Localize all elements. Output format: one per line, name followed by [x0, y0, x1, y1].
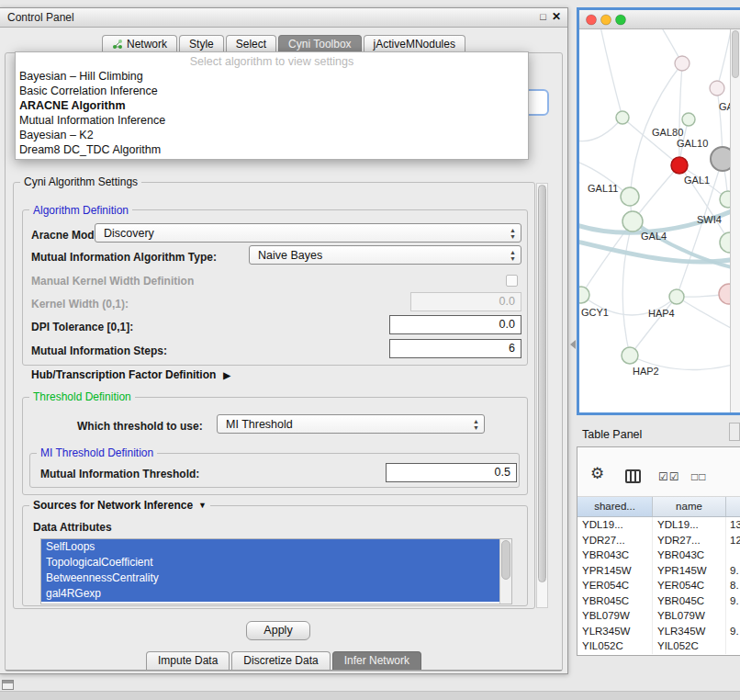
cell-shared: YIL052C: [577, 638, 653, 654]
table-row[interactable]: YBL079WYBL079W: [577, 608, 740, 624]
cell-extra: [726, 548, 740, 563]
node-label: GCY1: [581, 307, 609, 318]
hub-transcription-factor-section[interactable]: Hub/Transcription Factor Definition ▶: [31, 368, 230, 381]
float-window-icon[interactable]: □: [540, 11, 546, 22]
columns-icon[interactable]: [625, 469, 641, 483]
control-panel-window: Control Panel □ ✕ Network Style Select C…: [0, 7, 568, 674]
cell-shared: YBR045C: [577, 593, 653, 609]
window-title: Control Panel: [7, 11, 74, 24]
tab-jactivemnodules[interactable]: jActiveMNodules: [364, 35, 465, 53]
tab-impute-data[interactable]: Impute Data: [146, 651, 230, 670]
scrollbar-thumb[interactable]: [732, 30, 739, 78]
which-threshold-label: Which threshold to use:: [77, 420, 203, 433]
manual-kernel-width-checkbox: [506, 275, 518, 287]
network-node[interactable]: [579, 287, 589, 303]
table-row[interactable]: YDL19...YDL19...13: [577, 517, 740, 533]
dropdown-item[interactable]: Bayesian – K2: [16, 128, 528, 142]
table-row[interactable]: YDR27...YDR27...12: [577, 533, 740, 548]
tab-select[interactable]: Select: [226, 35, 276, 53]
dropdown-item[interactable]: Mutual Information Inference: [16, 113, 528, 128]
splitter-collapse-icon[interactable]: [570, 340, 576, 349]
network-node[interactable]: [682, 113, 695, 126]
combobox-value: Discovery: [104, 227, 154, 240]
tab-label: jActiveMNodules: [374, 38, 455, 51]
bottom-status-strip: [0, 691, 740, 700]
cell-shared: YBR043C: [577, 548, 653, 563]
dropdown-placeholder-item[interactable]: Select algorithm to view settings: [16, 54, 528, 69]
combobox-arrows-icon: ▲▼: [473, 418, 479, 431]
tab-discretize-data[interactable]: Discretize Data: [231, 651, 330, 670]
cell-shared: YLR345W: [577, 624, 653, 639]
expanded-arrow-icon[interactable]: ▼: [198, 501, 207, 510]
table-row[interactable]: YBR045CYBR045C9.: [577, 593, 740, 609]
sources-group-title[interactable]: Sources for Network Inference ▼: [29, 499, 210, 512]
tab-cyni-toolbox[interactable]: Cyni Toolbox: [278, 35, 361, 53]
table-row[interactable]: YLR345WYLR345W9.: [577, 624, 740, 639]
dropdown-item[interactable]: Basic Correlation Inference: [16, 84, 528, 98]
dpi-tolerance-field[interactable]: 0.0: [389, 315, 521, 334]
table-row[interactable]: YBR043CYBR043C: [577, 548, 740, 563]
column-header-name[interactable]: name: [653, 497, 726, 516]
table-row[interactable]: YER054CYER054C8.: [577, 578, 740, 593]
network-vertical-scrollbar[interactable]: [730, 29, 740, 412]
dropdown-item-selected[interactable]: ARACNE Algorithm: [16, 98, 528, 113]
network-window-titlebar[interactable]: [579, 10, 740, 29]
network-node[interactable]: [616, 111, 629, 124]
network-node[interactable]: [622, 347, 638, 364]
close-window-icon[interactable]: ✕: [552, 10, 561, 23]
combobox-value: MI Threshold: [226, 418, 293, 431]
tab-style[interactable]: Style: [179, 35, 224, 53]
table-row[interactable]: YPR145WYPR145W9.: [577, 563, 740, 579]
cell-name: YPR145W: [653, 563, 726, 579]
network-canvas[interactable]: GAL80 GAL10 GAL11 GAL1 SWI4 GAL4 GCY1 HA…: [579, 29, 740, 412]
network-node[interactable]: [675, 56, 690, 71]
sources-title-label: Sources for Network Inference: [33, 499, 193, 512]
mi-steps-field[interactable]: 6: [389, 339, 521, 358]
kernel-width-label: Kernel Width (0,1):: [31, 298, 129, 310]
network-node[interactable]: [710, 81, 724, 96]
mi-threshold-field[interactable]: 0.5: [386, 463, 517, 482]
restore-panel-icon[interactable]: [2, 680, 14, 690]
dropdown-item[interactable]: Dream8 DC_TDC Algorithm: [16, 142, 528, 157]
list-item[interactable]: BetweennessCentrality: [41, 570, 499, 586]
dropdown-item[interactable]: Bayesian – Hill Climbing: [16, 69, 528, 84]
deselect-all-columns-icon[interactable]: □□: [691, 470, 707, 483]
gear-icon[interactable]: ⚙: [590, 466, 604, 481]
apply-button[interactable]: Apply: [246, 621, 310, 640]
network-node[interactable]: [622, 211, 643, 231]
settings-group-title: Cyni Algorithm Settings: [20, 175, 141, 188]
aracne-mode-combobox[interactable]: Discovery ▲▼: [95, 223, 521, 243]
scrollbar-thumb[interactable]: [538, 185, 546, 582]
list-item[interactable]: SelfLoops: [41, 539, 499, 555]
list-item[interactable]: gal4RGexp: [41, 586, 499, 602]
tab-label: Network: [127, 38, 167, 51]
collapsed-arrow-icon[interactable]: ▶: [223, 370, 230, 380]
cell-shared: YER054C: [577, 578, 653, 593]
table-row[interactable]: YIL052CYIL052C: [577, 638, 740, 654]
network-node[interactable]: [669, 289, 684, 304]
network-node[interactable]: [621, 187, 639, 206]
mac-minimize-button[interactable]: [601, 15, 611, 25]
list-scrollbar[interactable]: [499, 539, 511, 604]
tab-infer-network[interactable]: Infer Network: [332, 651, 421, 670]
mi-threshold-label: Mutual Information Threshold:: [40, 468, 199, 480]
panel-scrollbar-fragment[interactable]: [729, 423, 740, 441]
window-titlebar[interactable]: Control Panel □ ✕: [0, 8, 567, 28]
mac-zoom-button[interactable]: [616, 15, 626, 25]
network-node-red[interactable]: [671, 157, 688, 174]
column-header-shared[interactable]: shared...: [577, 497, 653, 516]
mi-algorithm-type-combobox[interactable]: Naive Bayes ▲▼: [249, 245, 521, 265]
mac-close-button[interactable]: [587, 15, 597, 25]
tab-network[interactable]: Network: [102, 35, 177, 53]
settings-scrollbar[interactable]: [536, 183, 548, 608]
dpi-tolerance-label: DPI Tolerance [0,1]:: [31, 321, 133, 333]
which-threshold-combobox[interactable]: MI Threshold ▲▼: [217, 414, 485, 434]
scrollbar-thumb[interactable]: [501, 540, 510, 580]
manual-kernel-width-label: Manual Kernel Width Definition: [31, 275, 194, 288]
select-all-columns-icon[interactable]: ☑☑: [658, 470, 680, 483]
table-header-row: shared... name: [577, 497, 740, 517]
data-attributes-list[interactable]: SelfLoops TopologicalCoefficient Between…: [40, 538, 512, 604]
column-header-extra[interactable]: [726, 497, 740, 516]
cell-name: YLR345W: [653, 624, 726, 639]
list-item[interactable]: TopologicalCoefficient: [41, 555, 499, 570]
